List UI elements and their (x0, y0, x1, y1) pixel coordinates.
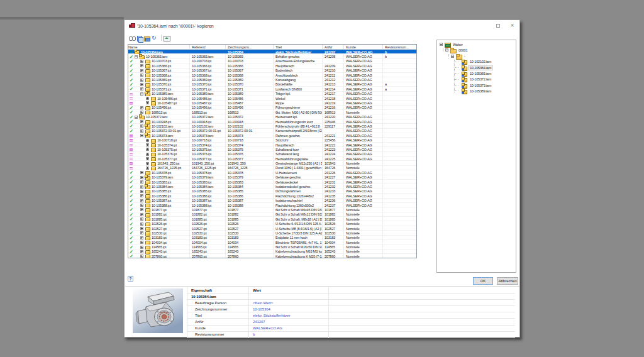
expander-icon[interactable] (140, 79, 143, 82)
expander-icon[interactable] (140, 231, 143, 234)
table-row[interactable]: 10-105367.ipt 10-105367.ipt 10-105367 Bo… (128, 69, 416, 73)
expander-icon[interactable] (140, 185, 143, 189)
image-grid-icon[interactable] (164, 35, 169, 41)
table-row[interactable]: 102526.ipt 102526.ipt 102526 U-Scheibe 6… (128, 221, 416, 226)
tree-expander-icon[interactable] (445, 48, 448, 52)
tree-item[interactable]: Walser (440, 41, 464, 47)
expander-icon[interactable] (146, 143, 149, 146)
tree-expander-icon[interactable] (451, 55, 454, 58)
expander-icon[interactable] (140, 204, 143, 207)
table-row[interactable]: 10-105365.iam 10-105365.iam 10-105365 Be… (128, 54, 416, 58)
expander-icon[interactable] (140, 120, 143, 123)
expander-icon[interactable] (140, 255, 143, 258)
table-row[interactable]: 10-105375.ipt 10-105375.ipt 10-105375 Sc… (128, 147, 416, 151)
tree-item[interactable]: - (451, 53, 467, 59)
table-row[interactable]: 10-102102.iam 10-102102.iam 10-102102 Fü… (128, 124, 416, 128)
table-row[interactable]: 164726_1225.ipt 164726_1225.ipt 164726_1… (128, 166, 416, 170)
help-icon[interactable]: ? (128, 276, 133, 282)
maximize-icon[interactable] (496, 24, 500, 28)
table-row[interactable]: 10-105486.ipt 10-105486.ipt 10-105486 Wi… (128, 96, 416, 101)
expander-icon[interactable] (146, 157, 149, 160)
ok-button[interactable]: OK (473, 277, 493, 285)
tree-item[interactable]: 10-105364.iam (457, 65, 492, 70)
tree-item[interactable]: 10-102102.iam (457, 59, 492, 65)
sync-refresh-icon[interactable]: ↻ (152, 35, 157, 41)
expander-icon[interactable] (140, 176, 143, 179)
table-row[interactable]: 10-105374.ipt 10-105374.ipt 10-105374 Ha… (128, 143, 416, 147)
expander-icon[interactable] (140, 250, 143, 253)
expander-icon[interactable] (140, 208, 143, 211)
table-row[interactable]: 10-105389.iam 10-105389.iam 10-105389 Tr… (128, 92, 416, 96)
table-row[interactable]: 10-105372.iam 10-105372.iam 10-105372 He… (128, 114, 416, 119)
column-header-artnr[interactable]: ArtNr (323, 45, 344, 50)
table-row[interactable]: 165243.ipt 165243.ipt 165243 Kabelversch… (128, 250, 416, 254)
expander-icon[interactable] (140, 213, 143, 216)
tree-item[interactable]: 00001 (445, 47, 469, 53)
expander-icon[interactable] (140, 92, 143, 96)
binoculars-search-icon[interactable] (129, 35, 135, 41)
table-row[interactable]: 10-105366.ipt 10-105366.ipt 10-105366 Ha… (128, 63, 416, 68)
table-row[interactable]: 101943_250.ipt 101943_250.ipt 101943_250… (128, 161, 416, 165)
expander-icon[interactable] (140, 171, 143, 174)
expander-icon[interactable] (140, 222, 143, 226)
table-row[interactable]: 10-105383.ipt 10-105383.ipt 10-105383 Ge… (128, 180, 416, 184)
table-row[interactable]: 168913.ipt 168913.ipt 168913 6kt. Mutter… (128, 110, 416, 114)
table-row[interactable]: 10-105370.ipt 10-105370.ipt 10-105370 Bö… (128, 82, 416, 87)
column-header-revisionsnummer[interactable]: Revisionsnum... (383, 45, 416, 50)
expander-icon[interactable] (140, 129, 143, 133)
table-row[interactable]: 104004.ipt 104004.ipt 104004 Blindniete … (128, 240, 416, 244)
cancel-button[interactable]: Abbrechen (497, 277, 518, 285)
expander-icon[interactable] (140, 83, 143, 86)
table-row[interactable]: 10-105371.ipt 10-105371.ipt 10-105371 Lo… (128, 87, 416, 91)
expander-icon[interactable] (146, 97, 149, 100)
table-row[interactable]: 10-105373.iam 10-105373.iam 10-105373 Ra… (128, 133, 416, 138)
expander-icon[interactable] (146, 139, 149, 142)
table-row[interactable]: 101882.ipt 101882.ipt 101882 6kt Schr o … (128, 212, 416, 217)
expander-icon[interactable] (140, 246, 143, 249)
table-row[interactable]: 10-105377.ipt 10-105377.ipt 10-105377 He… (128, 157, 416, 161)
table-row[interactable]: 103183.ipt 103183.ipt 103183 Endplatte 1… (128, 236, 416, 240)
table-row[interactable]: 10-105379.iam 10-105379.iam 10-105379 Ge… (128, 175, 416, 180)
table-row[interactable]: 207860.ipt 207860.ipt 207860 Kabelversch… (128, 254, 416, 258)
table-row[interactable]: 10-105386.ipt 10-105386.ipt 10-105386 Fl… (128, 194, 416, 198)
expander-icon[interactable] (140, 87, 143, 91)
column-header-kunde[interactable]: Kunde (344, 45, 383, 50)
expander-icon[interactable] (140, 64, 143, 67)
table-row[interactable]: 10-105387.ipt 10-105387.ipt 10-105387 Is… (128, 199, 416, 203)
expander-icon[interactable] (146, 167, 149, 170)
table-row[interactable]: 10-105376.ipt 10-105376.ipt 10-105376 Sc… (128, 152, 416, 157)
expander-icon[interactable] (135, 55, 138, 58)
expander-icon[interactable] (146, 153, 149, 156)
expander-icon[interactable] (140, 217, 143, 221)
table-row[interactable]: 102530.ipt 102530.ipt 102530 U-Scheibe 1… (128, 231, 416, 235)
expander-icon[interactable] (140, 106, 143, 109)
expander-icon[interactable] (140, 124, 143, 128)
expander-icon[interactable] (140, 134, 143, 137)
table-row[interactable]: 10-105388.ipt 10-105388.ipt 10-105388 Fl… (128, 203, 416, 207)
expander-icon[interactable] (140, 74, 143, 77)
column-header-name[interactable]: Name (128, 45, 190, 50)
title-bar[interactable]: '10-105364.iam' nach '\00001\-' kopieren… (125, 20, 519, 31)
table-row[interactable]: 10-105369.ipt 10-105369.ipt 10-105369 Ko… (128, 77, 416, 82)
table-row[interactable]: 10-100918.ipt 10-100918.ipt 10-100918 He… (128, 119, 416, 124)
expander-icon[interactable] (140, 69, 143, 72)
close-icon[interactable]: ✕ (510, 23, 514, 28)
table-row[interactable]: 10-105368.ipt 10-105368.ipt 10-105368 An… (128, 73, 416, 77)
expander-icon[interactable] (140, 111, 143, 114)
table-row[interactable]: 10-105372-00-01.ipt 10-105372-00-01.ipt … (128, 129, 416, 133)
expander-icon[interactable] (140, 236, 143, 239)
expander-icon[interactable] (140, 241, 143, 244)
table-row[interactable]: 10-105496.ipt 10-105496.ipt 10-105496 Fü… (128, 106, 416, 110)
table-row[interactable]: 101877.ipt 101877.ipt 101877 6kt Schr o … (128, 207, 416, 212)
table-row[interactable]: 10-100703.ipt 10-100703.ipt 10-100703 An… (128, 59, 416, 63)
expander-icon[interactable] (140, 180, 143, 184)
table-row[interactable]: 10-105378.ipt 10-105378.ipt 10-105378 U-… (128, 170, 416, 175)
tree-item[interactable]: 10-105373.iam (457, 82, 492, 88)
expander-icon[interactable] (140, 60, 143, 63)
tree-item[interactable]: 10-105365.iam (457, 71, 492, 77)
expander-icon[interactable] (140, 199, 143, 202)
table-row[interactable]: 102527.ipt 102527.ipt 102527 U-Scheibe M… (128, 226, 416, 231)
column-header-zeichnungsnummer[interactable]: Zeichnungsnu... (226, 45, 274, 50)
expander-icon[interactable] (140, 227, 143, 230)
expander-icon[interactable] (135, 116, 138, 119)
